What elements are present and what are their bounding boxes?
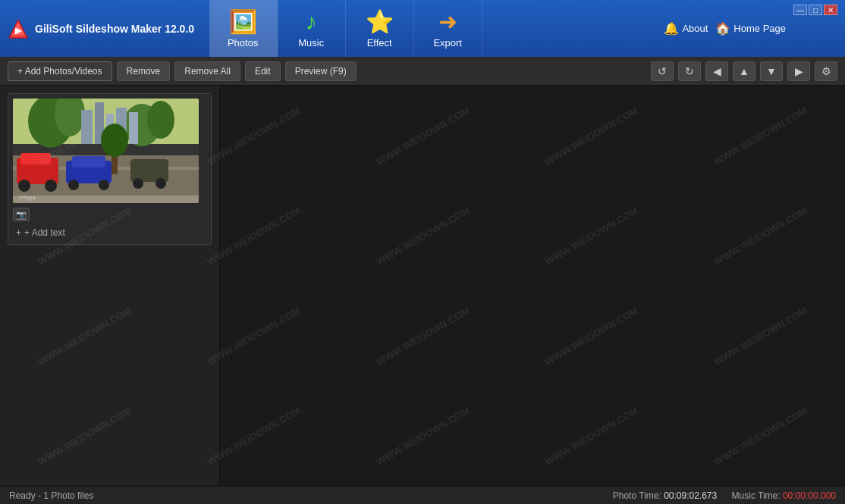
video-camera-button[interactable]: 📷 [13,208,30,221]
home-icon: 🏠 [715,21,730,36]
media-item[interactable]: refiqpa 📷 + + Add text [8,93,212,245]
photo-time-value: 00:09:02.673 [664,490,717,501]
video-cam-icon: 📷 [16,210,27,220]
toolbar: + Add Photos/Videos Remove Remove All Ed… [0,57,845,86]
tab-effect-label: Effect [367,37,392,49]
svg-point-17 [18,180,30,192]
svg-point-26 [133,178,143,189]
svg-rect-20 [72,156,105,167]
add-text-button[interactable]: + + Add text [13,226,206,239]
plus-icon: + [16,227,21,238]
svg-point-7 [147,101,174,139]
tab-export[interactable]: ➜ Export [414,0,482,57]
tab-effect[interactable]: ⭐ Effect [346,0,414,57]
tab-music-label: Music [298,37,324,49]
svg-point-18 [45,180,57,192]
music-icon: ♪ [306,9,317,35]
music-time-value: 00:00:00.000 [783,490,836,501]
preview-area [220,86,845,486]
svg-rect-8 [81,110,93,144]
homepage-link[interactable]: 🏠 Home Page [715,21,786,36]
photo-time-label: Photo Time: [613,490,661,501]
status-text: Ready - 1 Photo files [9,490,93,501]
minimize-button[interactable]: — [793,5,807,15]
svg-point-22 [99,180,109,190]
svg-rect-28 [13,196,199,203]
svg-rect-16 [20,153,51,164]
time-info: Photo Time: 00:09:02.673 Music Time: 00:… [613,490,836,501]
about-label: About [682,23,708,34]
maximize-button[interactable]: □ [809,5,822,15]
rotate-cw-button[interactable]: ↻ [678,61,701,81]
media-controls: 📷 [13,208,206,221]
remove-button[interactable]: Remove [117,61,171,81]
svg-point-27 [155,178,166,189]
nav-tabs: 🖼️ Photos ♪ Music ⭐ Effect ➜ Export [209,0,482,57]
homepage-label: Home Page [733,23,786,34]
move-down-button[interactable]: ▼ [760,61,783,81]
move-up-button[interactable]: ▲ [733,61,755,81]
svg-text:refiqpa: refiqpa [19,195,36,201]
statusbar: Ready - 1 Photo files Photo Time: 00:09:… [0,486,845,504]
move-prev-button[interactable]: ◀ [705,61,728,81]
about-icon: 🔔 [664,21,679,36]
photo-preview: refiqpa [13,99,199,203]
window-controls: — □ ✕ [793,5,837,15]
media-thumbnail: refiqpa [13,99,199,203]
move-next-button[interactable]: ▶ [787,61,810,81]
remove-all-button[interactable]: Remove All [174,61,240,81]
add-photos-button[interactable]: + Add Photos/Videos [8,61,112,81]
rotate-ccw-button[interactable]: ↺ [651,61,674,81]
photos-icon: 🖼️ [229,8,257,35]
about-link[interactable]: 🔔 About [664,21,708,36]
tab-music[interactable]: ♪ Music [278,0,346,57]
titlebar: ▶ GiliSoft Sildeshow Maker 12.0.0 🖼️ Pho… [0,0,845,57]
media-panel: refiqpa 📷 + + Add text [0,86,220,486]
edit-button[interactable]: Edit [245,61,281,81]
preview-button[interactable]: Preview (F9) [285,61,357,81]
settings-button[interactable]: ⚙ [815,61,837,81]
close-button[interactable]: ✕ [824,5,837,15]
header-links: 🔔 About 🏠 Home Page [664,21,786,36]
svg-rect-12 [129,112,138,144]
svg-point-24 [101,124,128,157]
music-time-label: Music Time: [732,490,781,501]
app-title: GiliSoft Sildeshow Maker 12.0.0 [35,23,209,35]
tab-photos-label: Photos [228,37,258,49]
effect-icon: ⭐ [366,8,394,35]
svg-point-21 [68,180,79,190]
add-text-label: + Add text [24,227,65,238]
tab-export-label: Export [433,37,462,49]
app-logo: ▶ [8,18,29,39]
main-content: WWW.WEIDOWN.COM WWW.WEIDOWN.COM WWW.WEID… [0,86,845,486]
tab-photos[interactable]: 🖼️ Photos [209,0,278,57]
export-icon: ➜ [438,8,457,35]
